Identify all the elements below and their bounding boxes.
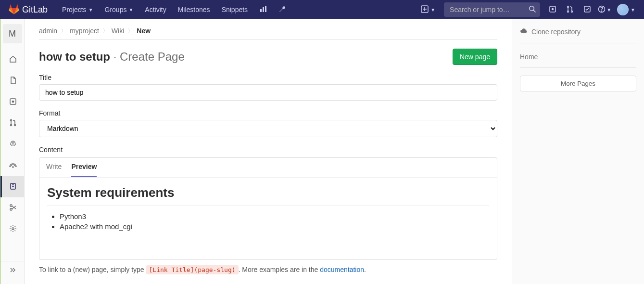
breadcrumb-sep: 〉 xyxy=(103,27,108,34)
sidebar-repository[interactable] xyxy=(0,70,25,91)
merge-request-icon xyxy=(9,119,17,128)
svg-point-25 xyxy=(10,208,12,210)
svg-point-8 xyxy=(568,6,569,7)
nav-milestones[interactable]: Milestones xyxy=(172,0,216,19)
list-item: Python3 xyxy=(60,212,489,220)
clone-label: Clone repository xyxy=(531,28,581,36)
sidebar-snippets[interactable] xyxy=(0,197,25,219)
help-prefix: To link to a (new) page, simply type xyxy=(39,266,146,273)
svg-rect-0 xyxy=(260,9,262,12)
tab-write[interactable]: Write xyxy=(46,163,62,177)
chevron-down-icon: ▼ xyxy=(88,7,93,13)
preview-list: Python3 Apache2 with mod_cgi xyxy=(47,212,489,231)
brand-text: GitLab xyxy=(22,5,48,15)
help-middle: . More examples are in the xyxy=(239,266,320,273)
nav-left-group: Projects▼ Groups▼ Activity Milestones Sn… xyxy=(56,0,292,19)
sidebar-ci-cd[interactable] xyxy=(0,134,25,155)
breadcrumb-admin[interactable]: admin xyxy=(39,27,57,35)
project-avatar[interactable]: M xyxy=(3,24,22,43)
sidebar-overview[interactable] xyxy=(0,49,25,70)
search-input[interactable] xyxy=(444,6,540,13)
search-icon[interactable] xyxy=(529,5,536,14)
chevron-down-icon: ▼ xyxy=(430,7,435,13)
preview-body: System requirements Python3 Apache2 with… xyxy=(39,178,497,259)
nav-snippets-label: Snippets xyxy=(222,6,248,13)
gitlab-logo[interactable]: GitLab xyxy=(5,4,51,15)
wiki-sidebar: Clone repository Home More Pages xyxy=(512,19,644,284)
book-icon xyxy=(9,182,17,192)
rocket-icon xyxy=(9,140,17,149)
sidebar-issues[interactable] xyxy=(0,91,25,113)
chart-icon xyxy=(259,5,267,14)
title-input[interactable] xyxy=(39,84,497,101)
title-label: Title xyxy=(39,74,497,81)
nav-projects[interactable]: Projects▼ xyxy=(56,0,99,19)
help-suffix: . xyxy=(364,266,366,273)
project-sidebar: M xyxy=(0,19,25,284)
wiki-home-link[interactable]: Home xyxy=(520,50,636,68)
page-title: how to setup xyxy=(39,50,110,63)
home-icon xyxy=(9,55,17,65)
svg-point-15 xyxy=(13,101,14,102)
merge-requests-shortcut[interactable] xyxy=(561,0,579,19)
chevron-down-icon: ▼ xyxy=(128,7,133,13)
svg-point-24 xyxy=(10,205,12,207)
new-dropdown[interactable]: ▼ xyxy=(416,0,440,19)
nav-milestones-label: Milestones xyxy=(178,6,210,13)
tab-preview[interactable]: Preview xyxy=(71,163,97,177)
user-menu[interactable]: ▼ xyxy=(613,4,639,15)
cloud-download-icon xyxy=(520,27,528,36)
nav-admin[interactable] xyxy=(273,0,292,19)
issues-shortcut[interactable] xyxy=(544,0,561,19)
help-dropdown[interactable]: ▼ xyxy=(596,0,613,19)
breadcrumb-sep: 〉 xyxy=(61,27,66,34)
content-label: Content xyxy=(39,146,497,154)
wrench-icon xyxy=(278,5,286,14)
editor-tabs: Write Preview xyxy=(39,158,497,178)
main-content: admin 〉 myproject 〉 Wiki 〉 New how to se… xyxy=(25,19,512,284)
nav-projects-label: Projects xyxy=(62,6,87,13)
todo-icon xyxy=(583,5,591,14)
gear-icon xyxy=(9,225,17,234)
nav-activity[interactable]: Activity xyxy=(139,0,172,19)
sidebar-operations[interactable] xyxy=(0,155,25,176)
title-row: how to setup · Create Page New page xyxy=(39,49,497,65)
question-icon xyxy=(598,5,606,14)
search-box[interactable] xyxy=(444,2,540,17)
svg-point-10 xyxy=(571,11,573,12)
breadcrumb-current: New xyxy=(137,27,151,35)
todos-shortcut[interactable] xyxy=(579,0,596,19)
more-pages-button[interactable]: More Pages xyxy=(520,76,636,91)
svg-point-16 xyxy=(11,119,12,121)
sidebar-collapse[interactable] xyxy=(0,261,25,280)
help-text: To link to a (new) page, simply type [Li… xyxy=(39,266,497,273)
nav-activity-label: Activity xyxy=(145,6,166,13)
help-doc-link[interactable]: documentation xyxy=(320,266,364,273)
svg-rect-1 xyxy=(263,7,264,12)
help-code: [Link Title](page-slug) xyxy=(146,265,239,274)
svg-rect-2 xyxy=(265,6,266,12)
scissors-icon xyxy=(9,204,17,213)
format-select[interactable]: Markdown xyxy=(39,120,497,137)
chevron-double-right-icon xyxy=(9,266,16,275)
clone-repository-link[interactable]: Clone repository xyxy=(520,27,636,43)
issues-icon xyxy=(9,98,17,107)
svg-point-18 xyxy=(14,124,16,126)
breadcrumb-wiki[interactable]: Wiki xyxy=(112,27,124,35)
plus-square-icon xyxy=(421,5,429,14)
new-page-button[interactable]: New page xyxy=(453,49,497,65)
nav-analytics[interactable] xyxy=(253,0,273,19)
breadcrumb-project[interactable]: myproject xyxy=(70,27,99,35)
format-label: Format xyxy=(39,109,497,117)
nav-snippets[interactable]: Snippets xyxy=(216,0,253,19)
svg-point-19 xyxy=(13,142,13,143)
chevron-down-icon: ▼ xyxy=(606,7,611,13)
sidebar-merge-requests[interactable] xyxy=(0,113,25,134)
tanuki-icon xyxy=(9,4,19,15)
sidebar-settings[interactable] xyxy=(0,219,25,240)
merge-request-icon xyxy=(566,5,574,14)
nav-groups[interactable]: Groups▼ xyxy=(99,0,139,19)
sidebar-wiki[interactable] xyxy=(0,176,25,197)
content-editor: Write Preview System requirements Python… xyxy=(39,157,497,260)
page-title-suffix: · Create Page xyxy=(110,50,185,63)
